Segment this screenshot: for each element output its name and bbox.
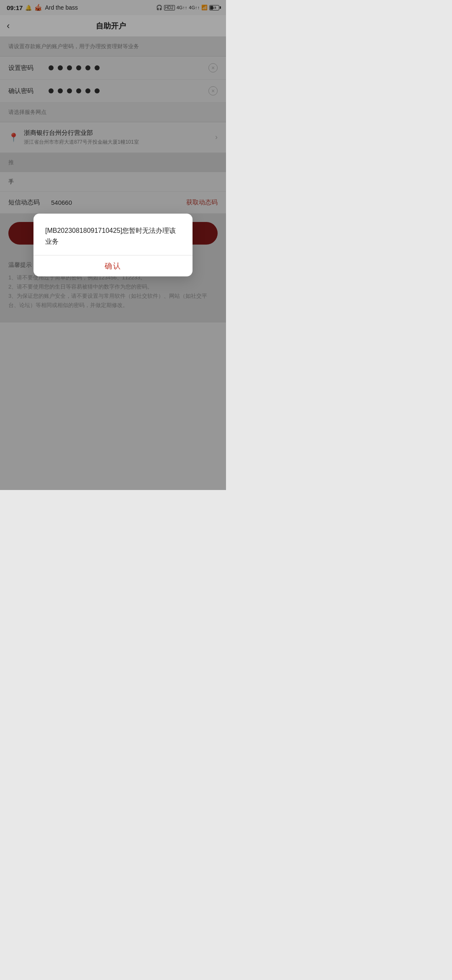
modal-actions: 确认 [33, 255, 193, 276]
modal-message: [MB20230818091710425]您暂时无法办理该业务 [33, 214, 193, 255]
modal-overlay: [MB20230818091710425]您暂时无法办理该业务 确认 [0, 0, 226, 490]
modal-confirm-button[interactable]: 确认 [33, 255, 193, 276]
modal-dialog: [MB20230818091710425]您暂时无法办理该业务 确认 [33, 214, 193, 276]
